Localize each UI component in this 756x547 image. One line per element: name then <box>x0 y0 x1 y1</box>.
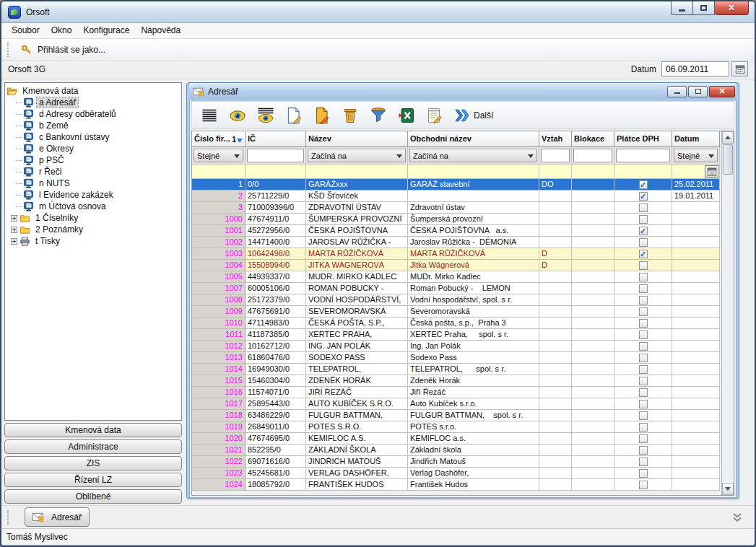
filter-icon[interactable] <box>370 107 387 124</box>
expand-icon[interactable] <box>11 238 17 245</box>
platce-dph-checkbox[interactable] <box>639 388 648 397</box>
filter-input-1[interactable] <box>247 149 304 162</box>
table-row[interactable]: 102047674695/0KEMIFLOC A.S.KEMIFLOC a.s. <box>192 433 721 445</box>
filter-input-6[interactable] <box>616 149 670 162</box>
platce-dph-checkbox[interactable] <box>639 458 648 466</box>
column-header-3[interactable]: Obchodní název <box>408 131 539 147</box>
menu-item-1[interactable]: Okno <box>45 24 78 38</box>
tree-item-10[interactable]: 1 Číselníky <box>6 212 181 224</box>
platce-dph-checkbox[interactable] <box>639 319 648 328</box>
table-row[interactable]: 100214471400/0JAROSLAV RŮŽIČKA -Jaroslav… <box>192 237 721 248</box>
table-row[interactable]: 225711229/0KŠD Šťovíček19.01.2011 <box>192 191 721 202</box>
chevron-double-down-icon[interactable] <box>731 512 743 522</box>
column-header-2[interactable]: Název <box>306 131 408 147</box>
quicksearch-cell-5[interactable] <box>572 165 614 179</box>
module-button-4[interactable]: Oblíbené <box>4 489 182 504</box>
platce-dph-checkbox[interactable] <box>639 284 648 293</box>
date-picker-button[interactable] <box>731 61 748 76</box>
adresar-task-button[interactable]: Adresář <box>25 507 90 527</box>
platce-dph-checkbox[interactable] <box>639 296 648 305</box>
table-row[interactable]: 101926849011/0POTES S.R.O.POTES s.r.o. <box>192 421 721 433</box>
scrollbar-thumb[interactable] <box>723 144 733 175</box>
table-row[interactable]: 100947675691/0SEVEROMORAVSKÁSeveromoravs… <box>192 306 721 318</box>
table-row[interactable]: 101416949030/0TELEPATROL,TELEPATROL, spo… <box>192 364 721 375</box>
tree-item-1[interactable]: d Adresy odběratelů <box>6 108 181 120</box>
platce-dph-checkbox[interactable] <box>639 434 648 443</box>
platce-dph-checkbox[interactable] <box>639 238 648 247</box>
quicksearch-cell-7[interactable] <box>672 165 720 179</box>
platce-dph-checkbox[interactable] <box>639 377 648 385</box>
edit-record-icon[interactable] <box>313 107 331 124</box>
column-header-6[interactable]: Plátce DPH <box>614 131 672 147</box>
tree-item-11[interactable]: 2 Poznámky <box>6 224 181 235</box>
close-button[interactable]: ✕ <box>715 1 749 15</box>
filter-dropdown-3[interactable]: Začíná na <box>409 149 537 162</box>
platce-dph-checkbox[interactable] <box>639 423 648 432</box>
module-button-3[interactable]: Řízení LZ <box>4 473 182 487</box>
table-row[interactable]: 100825172379/0VODNÍ HOSPODÁŘSTVÍ,Vodní h… <box>192 294 721 306</box>
platce-dph-checkbox[interactable] <box>639 446 648 455</box>
filter-input-5[interactable] <box>573 149 612 162</box>
platce-dph-checkbox[interactable] <box>639 469 648 478</box>
platce-dph-checkbox[interactable] <box>639 307 648 316</box>
adresar-restore-button[interactable] <box>688 86 708 97</box>
table-row[interactable]: 10/0GARÁŽxxxGARÁŽ stavebníDO25.02.2011 <box>192 179 721 191</box>
expand-icon[interactable] <box>11 227 17 233</box>
platce-dph-checkbox[interactable] <box>639 192 648 201</box>
quicksearch-cell-0[interactable] <box>192 165 246 179</box>
platce-dph-checkbox[interactable] <box>639 342 648 351</box>
table-row[interactable]: 102345245681/0VERLAG DASHÖFER,Verlag Das… <box>192 468 721 479</box>
platce-dph-checkbox[interactable] <box>639 227 648 235</box>
table-row[interactable]: 3710009396/0ZDRAVOTNÍ ÚSTAVZdravotní úst… <box>192 202 721 214</box>
table-row[interactable]: 101611574071/0JIŘÍ ŘEZÁČJiří Řezáč <box>192 387 721 398</box>
column-header-0[interactable]: Číslo fir...1 <box>192 131 246 147</box>
quicksearch-date-picker-button[interactable] <box>705 165 718 178</box>
tree-item-0[interactable]: a Adresář <box>6 97 181 108</box>
minimize-button[interactable] <box>671 1 693 15</box>
table-row[interactable]: 102269071616/0JINDŘICH MATOUŠJindřich Ma… <box>192 456 721 468</box>
tree-item-7[interactable]: n NUTS <box>6 178 181 189</box>
platce-dph-checkbox[interactable] <box>639 180 648 189</box>
notes-icon[interactable] <box>426 107 443 124</box>
column-header-1[interactable]: IČ <box>246 131 306 147</box>
quicksearch-cell-3[interactable] <box>408 165 539 179</box>
table-row[interactable]: 100047674911/0ŠUMPERSKÁ PROVOZNÍŠumpersk… <box>192 214 721 225</box>
platce-dph-checkbox[interactable] <box>639 400 648 408</box>
scroll-down-button[interactable] <box>722 483 734 495</box>
scroll-up-button[interactable] <box>722 131 734 144</box>
expand-icon[interactable] <box>11 215 17 222</box>
tree-item-3[interactable]: c Bankovní ústavy <box>6 131 181 143</box>
platce-dph-checkbox[interactable] <box>639 215 648 224</box>
filter-dropdown-0[interactable]: Stejné <box>194 149 243 162</box>
quicksearch-cell-4[interactable] <box>539 165 572 179</box>
view-list-icon[interactable] <box>257 107 274 124</box>
table-row[interactable]: 101361860476/0SODEXO PASSSodexo Pass <box>192 352 721 364</box>
platce-dph-checkbox[interactable] <box>639 273 648 281</box>
table-row[interactable]: 101863486229/0FULGUR BATTMAN,FULGUR BATT… <box>192 410 721 421</box>
table-row[interactable]: 102418085792/0FRANTIŠEK HUDOSFrantišek H… <box>192 479 721 491</box>
taskbar-grip[interactable] <box>7 510 9 525</box>
platce-dph-checkbox[interactable] <box>639 331 648 339</box>
tree-item-4[interactable]: e Okresy <box>6 143 181 154</box>
menu-item-2[interactable]: Konfigurace <box>77 24 135 38</box>
filter-dropdown-7[interactable]: Stejné <box>674 149 718 162</box>
platce-dph-checkbox[interactable] <box>639 354 648 362</box>
table-row[interactable]: 100145272956/0ČESKÁ POJIŠŤOVNAČESKÁ POJI… <box>192 225 721 237</box>
adresar-close-button[interactable]: ✕ <box>709 86 735 97</box>
platce-dph-checkbox[interactable] <box>639 365 648 374</box>
platce-dph-checkbox[interactable] <box>639 204 648 212</box>
tree-item-6[interactable]: r Řeči <box>6 166 181 178</box>
maximize-button[interactable] <box>693 1 715 15</box>
tree-item-9[interactable]: m Účtová osnova <box>6 201 181 212</box>
platce-dph-checkbox[interactable] <box>639 261 648 270</box>
tree-item-2[interactable]: b Země <box>6 120 181 131</box>
new-record-icon[interactable] <box>285 107 303 124</box>
list-icon[interactable] <box>201 107 218 124</box>
view-icon[interactable] <box>229 107 246 124</box>
adresar-titlebar[interactable]: Adresář ✕ <box>189 83 737 100</box>
module-button-1[interactable]: Administrace <box>4 439 182 454</box>
filter-dropdown-2[interactable]: Začíná na <box>308 149 406 162</box>
table-row[interactable]: 100544939337/0MUDR. MIRKO KADLECMUDr. Mi… <box>192 271 721 283</box>
tree-root[interactable]: Kmenová data <box>6 85 181 97</box>
tree-item-8[interactable]: l Evidence zakázek <box>6 189 181 201</box>
